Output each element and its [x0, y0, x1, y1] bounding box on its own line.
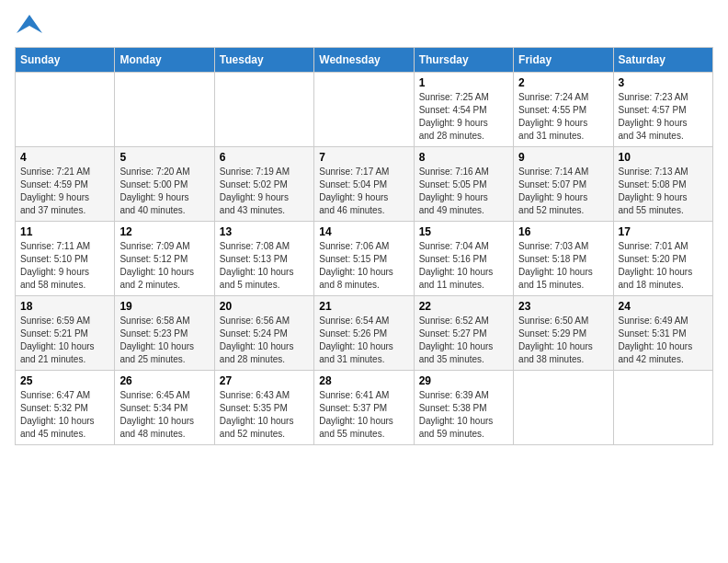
header [15, 15, 713, 38]
calendar-cell: 23Sunrise: 6:50 AMSunset: 5:29 PMDayligh… [514, 296, 613, 371]
day-info: Sunrise: 7:03 AMSunset: 5:18 PMDaylight:… [518, 240, 608, 292]
day-info: Sunrise: 7:09 AMSunset: 5:12 PMDaylight:… [119, 240, 209, 292]
svg-marker-0 [17, 15, 42, 33]
calendar-cell: 19Sunrise: 6:58 AMSunset: 5:23 PMDayligh… [115, 296, 214, 371]
day-number: 5 [119, 151, 209, 164]
day-info: Sunrise: 6:47 AMSunset: 5:32 PMDaylight:… [20, 389, 109, 441]
calendar-cell: 29Sunrise: 6:39 AMSunset: 5:38 PMDayligh… [414, 371, 513, 445]
calendar-cell [214, 73, 313, 147]
day-number: 12 [119, 225, 209, 238]
day-number: 9 [518, 151, 608, 164]
day-number: 1 [419, 76, 508, 89]
day-info: Sunrise: 7:08 AMSunset: 5:13 PMDaylight:… [220, 240, 309, 292]
week-row-5: 25Sunrise: 6:47 AMSunset: 5:32 PMDayligh… [16, 371, 713, 445]
calendar-cell: 21Sunrise: 6:54 AMSunset: 5:26 PMDayligh… [314, 296, 414, 371]
calendar-cell: 28Sunrise: 6:41 AMSunset: 5:37 PMDayligh… [314, 371, 414, 445]
calendar-cell: 11Sunrise: 7:11 AMSunset: 5:10 PMDayligh… [16, 222, 115, 296]
week-row-2: 4Sunrise: 7:21 AMSunset: 4:59 PMDaylight… [16, 147, 713, 222]
day-number: 16 [518, 225, 608, 238]
week-row-4: 18Sunrise: 6:59 AMSunset: 5:21 PMDayligh… [16, 296, 713, 371]
calendar-cell: 1Sunrise: 7:25 AMSunset: 4:54 PMDaylight… [414, 73, 513, 147]
day-info: Sunrise: 7:06 AMSunset: 5:15 PMDaylight:… [319, 240, 408, 292]
calendar-cell [314, 73, 414, 147]
header-sunday: Sunday [16, 48, 115, 73]
header-saturday: Saturday [613, 48, 712, 73]
day-info: Sunrise: 7:04 AMSunset: 5:16 PMDaylight:… [419, 240, 508, 292]
header-friday: Friday [514, 48, 613, 73]
calendar-cell: 8Sunrise: 7:16 AMSunset: 5:05 PMDaylight… [414, 147, 513, 222]
day-number: 2 [518, 76, 608, 89]
day-number: 4 [20, 151, 109, 164]
day-info: Sunrise: 7:01 AMSunset: 5:20 PMDaylight:… [619, 240, 708, 292]
day-number: 14 [319, 225, 408, 238]
day-info: Sunrise: 6:50 AMSunset: 5:29 PMDaylight:… [518, 315, 608, 366]
calendar-cell: 24Sunrise: 6:49 AMSunset: 5:31 PMDayligh… [613, 296, 712, 371]
week-row-1: 1Sunrise: 7:25 AMSunset: 4:54 PMDaylight… [16, 73, 713, 147]
day-number: 18 [20, 300, 109, 313]
calendar-cell: 2Sunrise: 7:24 AMSunset: 4:55 PMDaylight… [514, 73, 613, 147]
day-number: 15 [419, 225, 508, 238]
logo-bird-icon [17, 15, 42, 33]
calendar-cell: 25Sunrise: 6:47 AMSunset: 5:32 PMDayligh… [16, 371, 115, 445]
day-number: 28 [319, 374, 408, 387]
calendar-cell: 4Sunrise: 7:21 AMSunset: 4:59 PMDaylight… [16, 147, 115, 222]
day-number: 19 [119, 300, 209, 313]
day-info: Sunrise: 6:41 AMSunset: 5:37 PMDaylight:… [319, 389, 408, 441]
day-number: 11 [20, 225, 109, 238]
day-info: Sunrise: 7:23 AMSunset: 4:57 PMDaylight:… [619, 91, 708, 143]
calendar-cell: 10Sunrise: 7:13 AMSunset: 5:08 PMDayligh… [613, 147, 712, 222]
day-number: 21 [319, 300, 408, 313]
day-number: 7 [319, 151, 408, 164]
day-number: 8 [419, 151, 508, 164]
week-row-3: 11Sunrise: 7:11 AMSunset: 5:10 PMDayligh… [16, 222, 713, 296]
calendar-cell: 3Sunrise: 7:23 AMSunset: 4:57 PMDaylight… [613, 73, 712, 147]
calendar-cell: 18Sunrise: 6:59 AMSunset: 5:21 PMDayligh… [16, 296, 115, 371]
calendar-cell: 17Sunrise: 7:01 AMSunset: 5:20 PMDayligh… [613, 222, 712, 296]
day-info: Sunrise: 7:20 AMSunset: 5:00 PMDaylight:… [119, 166, 209, 217]
calendar-cell: 12Sunrise: 7:09 AMSunset: 5:12 PMDayligh… [115, 222, 214, 296]
logo [15, 15, 44, 38]
day-info: Sunrise: 7:13 AMSunset: 5:08 PMDaylight:… [619, 166, 708, 217]
calendar-cell: 13Sunrise: 7:08 AMSunset: 5:13 PMDayligh… [214, 222, 313, 296]
day-info: Sunrise: 6:56 AMSunset: 5:24 PMDaylight:… [220, 315, 309, 366]
day-info: Sunrise: 6:45 AMSunset: 5:34 PMDaylight:… [119, 389, 209, 441]
header-thursday: Thursday [414, 48, 513, 73]
day-number: 27 [220, 374, 309, 387]
calendar-table: SundayMondayTuesdayWednesdayThursdayFrid… [15, 47, 713, 445]
day-info: Sunrise: 6:52 AMSunset: 5:27 PMDaylight:… [419, 315, 508, 366]
day-info: Sunrise: 7:14 AMSunset: 5:07 PMDaylight:… [518, 166, 608, 217]
day-info: Sunrise: 7:17 AMSunset: 5:04 PMDaylight:… [319, 166, 408, 217]
calendar-cell: 26Sunrise: 6:45 AMSunset: 5:34 PMDayligh… [115, 371, 214, 445]
calendar-cell: 6Sunrise: 7:19 AMSunset: 5:02 PMDaylight… [214, 147, 313, 222]
calendar-cell: 20Sunrise: 6:56 AMSunset: 5:24 PMDayligh… [214, 296, 313, 371]
calendar-cell: 22Sunrise: 6:52 AMSunset: 5:27 PMDayligh… [414, 296, 513, 371]
day-number: 29 [419, 374, 508, 387]
day-info: Sunrise: 7:11 AMSunset: 5:10 PMDaylight:… [20, 240, 109, 292]
header-wednesday: Wednesday [314, 48, 414, 73]
day-info: Sunrise: 6:59 AMSunset: 5:21 PMDaylight:… [20, 315, 109, 366]
day-number: 25 [20, 374, 109, 387]
day-number: 26 [119, 374, 209, 387]
calendar-cell: 9Sunrise: 7:14 AMSunset: 5:07 PMDaylight… [514, 147, 613, 222]
header-monday: Monday [115, 48, 214, 73]
day-number: 22 [419, 300, 508, 313]
day-number: 6 [220, 151, 309, 164]
calendar-cell: 5Sunrise: 7:20 AMSunset: 5:00 PMDaylight… [115, 147, 214, 222]
day-info: Sunrise: 6:54 AMSunset: 5:26 PMDaylight:… [319, 315, 408, 366]
calendar-cell: 7Sunrise: 7:17 AMSunset: 5:04 PMDaylight… [314, 147, 414, 222]
day-info: Sunrise: 6:39 AMSunset: 5:38 PMDaylight:… [419, 389, 508, 441]
day-number: 3 [619, 76, 708, 89]
day-info: Sunrise: 6:43 AMSunset: 5:35 PMDaylight:… [220, 389, 309, 441]
calendar-cell: 14Sunrise: 7:06 AMSunset: 5:15 PMDayligh… [314, 222, 414, 296]
calendar-cell [514, 371, 613, 445]
day-info: Sunrise: 7:16 AMSunset: 5:05 PMDaylight:… [419, 166, 508, 217]
day-info: Sunrise: 7:24 AMSunset: 4:55 PMDaylight:… [518, 91, 608, 143]
calendar-header-row: SundayMondayTuesdayWednesdayThursdayFrid… [16, 48, 713, 73]
day-number: 23 [518, 300, 608, 313]
day-info: Sunrise: 7:19 AMSunset: 5:02 PMDaylight:… [220, 166, 309, 217]
calendar-cell: 16Sunrise: 7:03 AMSunset: 5:18 PMDayligh… [514, 222, 613, 296]
day-number: 24 [619, 300, 708, 313]
calendar-cell [115, 73, 214, 147]
day-info: Sunrise: 6:58 AMSunset: 5:23 PMDaylight:… [119, 315, 209, 366]
day-info: Sunrise: 7:25 AMSunset: 4:54 PMDaylight:… [419, 91, 508, 143]
